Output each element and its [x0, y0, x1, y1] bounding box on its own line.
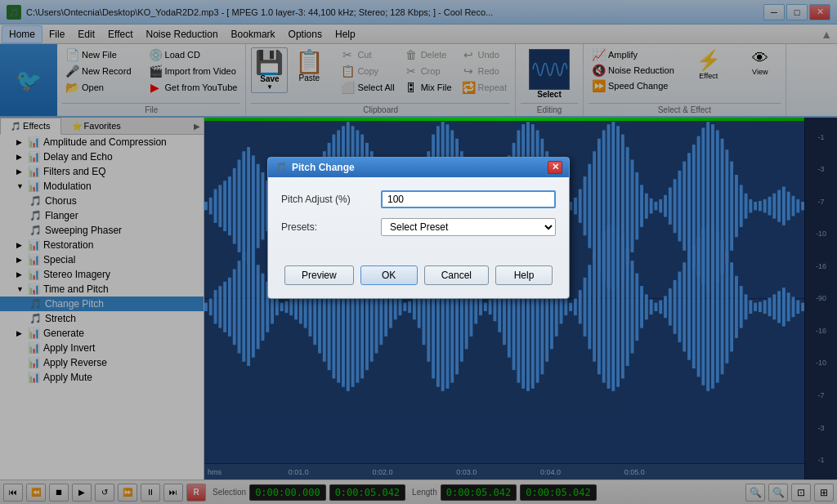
ok-button[interactable]: OK — [360, 265, 418, 285]
modal-overlay: 🎵 Pitch Change ✕ Pitch Adjust (%) Preset… — [0, 0, 837, 504]
cancel-button[interactable]: Cancel — [424, 265, 489, 285]
modal-title-icon: 🎵 — [275, 162, 287, 173]
modal-body: Pitch Adjust (%) Presets: Select Preset … — [268, 177, 569, 259]
presets-label: Presets: — [281, 221, 371, 233]
help-button[interactable]: Help — [495, 265, 553, 285]
pitch-change-dialog: 🎵 Pitch Change ✕ Pitch Adjust (%) Preset… — [267, 157, 570, 299]
modal-title-content: 🎵 Pitch Change — [275, 162, 355, 173]
modal-title-bar: 🎵 Pitch Change ✕ — [268, 158, 569, 177]
preview-button[interactable]: Preview — [284, 265, 354, 285]
pitch-adjust-input[interactable] — [381, 190, 556, 208]
presets-row: Presets: Select Preset Preset 1 Preset 2 — [281, 218, 556, 236]
pitch-adjust-row: Pitch Adjust (%) — [281, 190, 556, 208]
modal-footer: Preview OK Cancel Help — [268, 259, 569, 298]
modal-close-button[interactable]: ✕ — [548, 161, 562, 174]
modal-title-text: Pitch Change — [292, 162, 355, 173]
presets-select[interactable]: Select Preset Preset 1 Preset 2 — [381, 218, 556, 236]
pitch-adjust-label: Pitch Adjust (%) — [281, 194, 371, 205]
